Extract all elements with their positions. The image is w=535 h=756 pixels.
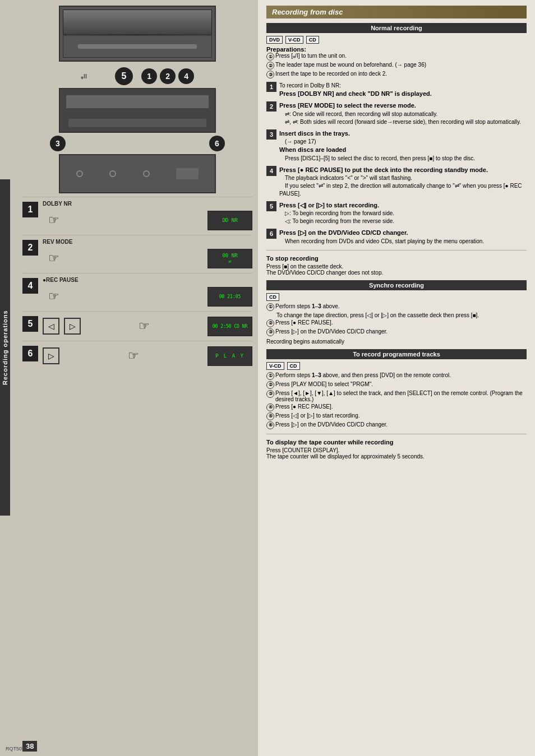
prog-step-2: ② Press [PLAY MODE] to select "PRGM".: [266, 381, 527, 389]
device-image-top: [59, 6, 216, 62]
hand-icon-2: ☞: [43, 247, 65, 270]
normal-step-4: 4 Press [● REC PAUSE] to put the deck in…: [266, 166, 527, 198]
left-panel: Recording operations ᵩII 5 1 2 4 3: [0, 0, 258, 756]
step-badge-3: 3: [266, 129, 276, 140]
model-number: RQT5052: [6, 746, 27, 752]
step-label-2: 2: [160, 68, 176, 84]
step-num-6: 6: [22, 346, 38, 361]
synchro-step-1: ① Perform steps 1–3 above.: [266, 303, 527, 311]
device-image-mid: [59, 88, 216, 133]
prog-step-3: ③ Press [◄], [►], [▼], [▲] to select the…: [266, 390, 527, 402]
step2-label: REV MODE: [43, 239, 252, 245]
step-num-5: 5: [22, 316, 38, 332]
normal-step-1: 1 To record in Dolby B NR: Press [DOLBY …: [266, 82, 527, 98]
step3-6-row: 3 6: [22, 136, 252, 151]
step-labels-row: ᵩII 5 1 2 4: [22, 67, 252, 85]
format-cd-synchro: CD: [266, 293, 279, 301]
normal-step-3: 3 Insert discs in the trays. (→ page 17)…: [266, 129, 527, 163]
press-text: Press: [266, 447, 281, 453]
step-label-4: 4: [178, 68, 194, 84]
format-dvd: DVD: [266, 36, 283, 44]
hand-icon-4: ☞: [43, 285, 65, 308]
synchro-step-1-detail: To change the tape direction, press [◁] …: [276, 312, 527, 318]
hand-icon-6: ☞: [122, 345, 145, 367]
step-badge-5: 5: [266, 201, 276, 211]
tape-counter-text2: The tape counter will be displayed for a…: [266, 453, 527, 460]
step-label-6: 6: [209, 136, 225, 151]
step-badge-4: 4: [266, 166, 276, 176]
prog-step-5: ⑤ Press [◁] or [▷] to start recording.: [266, 412, 527, 420]
step-row-6: 6 ▷ ☞ P L A Y: [22, 341, 252, 367]
synchro-recording-title: Synchro recording: [266, 280, 527, 290]
synchro-step-2: ② Press [● REC PAUSE].: [266, 319, 527, 327]
format-vcd: V-CD: [285, 36, 303, 44]
prog-step-6: ⑥ Press [▷] on the DVD/Video CD/CD chang…: [266, 421, 527, 429]
step-num-4: 4: [22, 278, 38, 294]
display-5: 00 2:50 CD NR: [207, 317, 252, 336]
step-label-5: 5: [115, 67, 133, 85]
step-label-1: 1: [141, 68, 157, 84]
normal-step-6: 6 Press [▷] on the DVD/Video CD/CD chang…: [266, 229, 527, 245]
preparations-label: Preparations:: [266, 46, 527, 53]
prep-3: ③ Insert the tape to be recorded on into…: [266, 71, 527, 78]
step-badge-2: 2: [266, 101, 276, 112]
format-row-normal: DVD V-CD CD: [266, 36, 527, 44]
step-badge-1: 1: [266, 82, 276, 92]
prog-step-4: ④ Press [● REC PAUSE].: [266, 403, 527, 411]
stop-text-2: The DVD/Video CD/CD changer does not sto…: [266, 270, 527, 276]
prog-step-1: ① Perform steps 1–3 above, and then pres…: [266, 372, 527, 380]
main-title: Recording from disc: [266, 6, 527, 18]
tape-counter-label: To display the tape counter while record…: [266, 439, 527, 446]
display-6: P L A Y: [207, 346, 252, 366]
prep-2: ② The leader tape must be wound on befor…: [266, 62, 527, 69]
normal-step-2: 2 Press [REV MODE] to select the reverse…: [266, 101, 527, 126]
normal-step-5: 5 Press [◁] or [▷] to start recording. ▷…: [266, 201, 527, 225]
format-row-synchro: CD: [266, 293, 527, 301]
normal-recording-title: Normal recording: [266, 23, 527, 33]
step-row-2: 2 REV MODE ☞ 00 NR ⇌: [22, 235, 252, 270]
prep-1: ① Press [ᵩ/I] to turn the unit on.: [266, 53, 527, 61]
divider-1: [266, 250, 527, 251]
stop-text-1: Press [■] on the cassette deck.: [266, 263, 527, 270]
step-row-4: 4 ●REC PAUSE ☞ 00 21:05: [22, 273, 252, 308]
synchro-step-3: ③ Press [▷] on the DVD/Video CD/CD chang…: [266, 328, 527, 336]
step-label-3: 3: [50, 136, 66, 151]
display-4: 00 21:05: [207, 287, 252, 307]
stop-recording-label: To stop recording: [266, 255, 527, 262]
hand-icon-5: ☞: [133, 315, 155, 337]
device-image-bot: [59, 154, 216, 193]
right-panel: Recording from disc Normal recording DVD…: [258, 0, 535, 756]
step1-label: DOLBY NR: [43, 201, 252, 207]
display-1: DD NR: [207, 211, 252, 230]
programmed-tracks-title: To record programmed tracks: [266, 349, 527, 359]
display-2: 00 NR ⇌: [207, 249, 252, 268]
step-row-5: 5 ◁ ▷ ☞ 00 2:50 CD NR: [22, 311, 252, 337]
hand-icon-1: ☞: [43, 209, 65, 231]
step-num-2: 2: [22, 240, 38, 256]
format-cd: CD: [306, 36, 319, 44]
format-cd-prog: CD: [287, 362, 300, 370]
step-num-1: 1: [22, 202, 38, 217]
format-vcd-prog: V-CD: [266, 362, 284, 370]
step4-label: ●REC PAUSE: [43, 277, 252, 283]
sidebar-recording-label: Recording operations: [0, 179, 10, 516]
synchro-note: Recording begins automatically: [266, 338, 527, 345]
divider-2: [266, 434, 527, 434]
format-row-prog: V-CD CD: [266, 362, 527, 370]
step-row-1: 1 DOLBY NR ☞ DD NR: [22, 197, 252, 231]
tape-counter-text1: Press [COUNTER DISPLAY].: [266, 447, 527, 453]
step-badge-6: 6: [266, 229, 276, 239]
